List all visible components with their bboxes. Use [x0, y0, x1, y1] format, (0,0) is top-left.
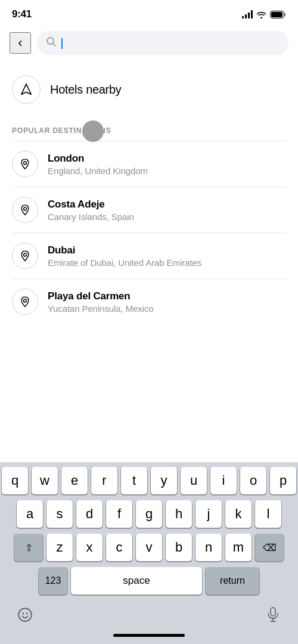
- popular-title: POPULAR DESTINATIONS: [12, 126, 286, 135]
- destination-region: Yucatan Peninsula, Mexico: [48, 304, 154, 314]
- key-u[interactable]: u: [181, 467, 207, 494]
- space-key[interactable]: space: [71, 567, 202, 595]
- svg-point-7: [24, 299, 27, 302]
- list-item[interactable]: London England, United Kingdom: [12, 141, 286, 187]
- back-arrow-icon: ‹: [18, 36, 22, 49]
- destination-info: Playa del Carmen Yucatan Peninsula, Mexi…: [48, 290, 154, 314]
- destination-name: Playa del Carmen: [48, 290, 154, 302]
- back-button[interactable]: ‹: [10, 32, 31, 54]
- key-row-2: a s d f g h j k l: [2, 500, 296, 528]
- key-v[interactable]: v: [136, 534, 162, 561]
- location-arrow-circle: [12, 75, 41, 104]
- key-b[interactable]: b: [166, 534, 192, 561]
- destination-info: Costa Adeje Canary Islands, Spain: [48, 199, 134, 222]
- key-g[interactable]: g: [136, 500, 162, 528]
- key-z[interactable]: z: [46, 534, 73, 561]
- key-m[interactable]: m: [225, 534, 252, 561]
- key-r[interactable]: r: [91, 467, 117, 494]
- shift-key[interactable]: ⇧: [14, 534, 43, 561]
- svg-point-4: [24, 162, 27, 165]
- key-s[interactable]: s: [46, 500, 73, 528]
- popular-section: POPULAR DESTINATIONS London England, Uni…: [0, 110, 298, 324]
- key-k[interactable]: k: [225, 500, 252, 528]
- hotels-nearby-label: Hotels nearby: [50, 83, 122, 97]
- svg-rect-11: [271, 608, 275, 616]
- wifi-icon: [256, 11, 266, 18]
- pin-icon-circle: [12, 197, 38, 223]
- key-o[interactable]: o: [240, 467, 266, 494]
- text-cursor: [61, 38, 63, 49]
- svg-point-9: [22, 613, 24, 615]
- list-item[interactable]: Costa Adeje Canary Islands, Spain: [12, 187, 286, 233]
- popular-header-wrap: POPULAR DESTINATIONS: [12, 126, 286, 135]
- key-f[interactable]: f: [106, 500, 132, 528]
- search-icon: [46, 37, 56, 49]
- mic-key[interactable]: [260, 602, 286, 628]
- svg-rect-1: [271, 12, 283, 17]
- key-x[interactable]: x: [76, 534, 103, 561]
- overlay-circle: [82, 120, 104, 142]
- key-a[interactable]: a: [17, 500, 43, 528]
- destination-name: London: [48, 153, 148, 165]
- num-key[interactable]: 123: [39, 567, 67, 595]
- status-bar: 9:41: [0, 0, 298, 25]
- key-t[interactable]: t: [121, 467, 147, 494]
- destination-region: England, United Kingdom: [48, 166, 148, 176]
- key-row-3: ⇧ z x c v b n m ⌫: [2, 534, 296, 561]
- list-item[interactable]: Playa del Carmen Yucatan Peninsula, Mexi…: [12, 279, 286, 324]
- svg-line-3: [53, 44, 55, 46]
- emoji-key[interactable]: [12, 602, 38, 628]
- key-d[interactable]: d: [76, 500, 103, 528]
- list-item[interactable]: Dubai Emirate of Dubai, United Arab Emir…: [12, 233, 286, 278]
- key-w[interactable]: w: [32, 467, 58, 494]
- svg-point-10: [26, 613, 28, 615]
- key-row-4: 123 space return: [2, 567, 296, 595]
- hotels-nearby-section: Hotels nearby: [0, 63, 298, 110]
- pin-icon-circle: [12, 289, 38, 315]
- key-y[interactable]: y: [151, 467, 177, 494]
- key-p[interactable]: p: [270, 467, 296, 494]
- destination-info: Dubai Emirate of Dubai, United Arab Emir…: [48, 244, 201, 268]
- keyboard-rows: q w e r t y u i o p a s d f g h j k l ⇧ …: [0, 462, 298, 597]
- home-indicator: [0, 630, 298, 644]
- key-h[interactable]: h: [166, 500, 192, 528]
- key-i[interactable]: i: [210, 467, 237, 494]
- key-j[interactable]: j: [195, 500, 222, 528]
- battery-icon: [270, 11, 286, 18]
- delete-key[interactable]: ⌫: [255, 534, 284, 561]
- pin-icon-circle: [12, 151, 38, 177]
- keyboard: q w e r t y u i o p a s d f g h j k l ⇧ …: [0, 462, 298, 644]
- search-bar[interactable]: [37, 31, 288, 55]
- svg-point-5: [24, 208, 27, 210]
- status-icons: [242, 10, 287, 18]
- svg-point-6: [24, 253, 27, 256]
- search-header: ‹: [0, 25, 298, 63]
- key-e[interactable]: e: [61, 467, 88, 494]
- destination-region: Emirate of Dubai, United Arab Emirates: [48, 258, 201, 268]
- home-bar: [113, 634, 185, 637]
- svg-point-8: [18, 608, 32, 621]
- key-n[interactable]: n: [195, 534, 222, 561]
- destination-region: Canary Islands, Spain: [48, 212, 134, 222]
- key-row-1: q w e r t y u i o p: [2, 467, 296, 494]
- hotels-nearby-item[interactable]: Hotels nearby: [12, 75, 286, 104]
- key-c[interactable]: c: [106, 534, 132, 561]
- search-input[interactable]: [61, 37, 279, 49]
- status-time: 9:41: [12, 8, 32, 20]
- destination-name: Dubai: [48, 244, 201, 256]
- key-q[interactable]: q: [2, 467, 28, 494]
- destination-info: London England, United Kingdom: [48, 153, 148, 176]
- return-key[interactable]: return: [206, 567, 259, 595]
- destination-name: Costa Adeje: [48, 199, 134, 210]
- pin-icon-circle: [12, 243, 38, 269]
- key-l[interactable]: l: [255, 500, 281, 528]
- keyboard-bottom-bar: [0, 597, 298, 630]
- signal-icon: [242, 10, 253, 18]
